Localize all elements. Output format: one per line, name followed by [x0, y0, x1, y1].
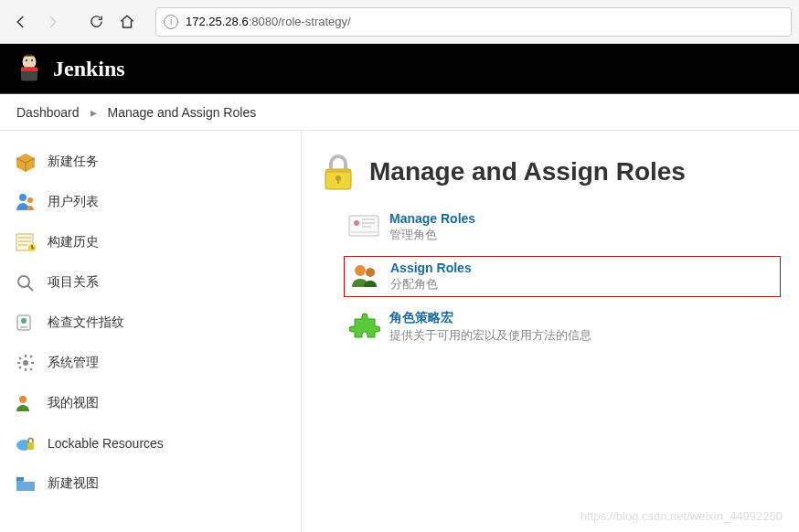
sidebar: 新建任务 用户列表 构建历史 项目关系 检查文件指纹 系统管理 我的视图: [0, 131, 302, 532]
svg-point-13: [19, 396, 27, 403]
svg-point-3: [26, 59, 27, 61]
watermark: https://blog.csdn.net/weixin_44992260: [581, 509, 783, 523]
relation-icon: [15, 271, 37, 293]
svg-point-5: [19, 194, 27, 201]
breadcrumb-dashboard[interactable]: Dashboard: [16, 105, 80, 120]
lockres-icon: [15, 432, 37, 454]
option-link[interactable]: Manage Roles: [389, 211, 475, 226]
option-desc: 分配角色: [390, 276, 472, 293]
brand-title[interactable]: Jenkins: [53, 57, 125, 81]
sidebar-item-build-history[interactable]: 构建历史: [15, 222, 286, 262]
option-assign-roles[interactable]: Assign Roles 分配角色: [344, 256, 781, 297]
breadcrumb: Dashboard ▸ Manage and Assign Roles: [0, 94, 799, 131]
newview-icon: [15, 473, 37, 495]
back-button[interactable]: [7, 8, 35, 36]
svg-point-12: [23, 360, 28, 366]
jenkins-logo-icon: [15, 52, 44, 85]
browser-toolbar: i 172.25.28.6:8080/role-strategy/: [0, 0, 799, 44]
sidebar-item-new-view[interactable]: 新建视图: [15, 463, 286, 504]
sidebar-item-label: 项目关系: [48, 274, 99, 291]
svg-rect-20: [337, 178, 339, 184]
sidebar-item-label: 新建视图: [48, 475, 99, 492]
myview-icon: [15, 392, 37, 414]
sidebar-item-label: 系统管理: [48, 355, 99, 371]
url-rest: :8080/role-strategy/: [249, 15, 351, 28]
svg-point-24: [366, 268, 375, 277]
breadcrumb-manage-roles[interactable]: Manage and Assign Roles: [108, 105, 257, 120]
history-icon: [15, 231, 37, 253]
sidebar-item-label: 构建历史: [48, 234, 99, 250]
svg-rect-15: [27, 442, 34, 450]
option-manage-roles[interactable]: Manage Roles 管理角色: [344, 207, 781, 247]
layout: 新建任务 用户列表 构建历史 项目关系 检查文件指纹 系统管理 我的视图: [0, 131, 799, 532]
svg-rect-2: [21, 68, 37, 72]
lock-icon: [320, 153, 357, 191]
svg-point-4: [31, 59, 33, 61]
page-head: Manage and Assign Roles: [320, 153, 781, 191]
people-icon: [348, 261, 381, 290]
sidebar-item-lockable-resources[interactable]: Lockable Resources: [15, 423, 286, 463]
sidebar-item-label: 用户列表: [48, 194, 99, 210]
fingerprint-icon: [15, 312, 37, 334]
option-link[interactable]: 角色策略宏: [389, 310, 591, 326]
url-host: 172.25.28.6: [186, 15, 249, 28]
sidebar-item-label: 新建任务: [48, 154, 99, 170]
url-bar[interactable]: i 172.25.28.6:8080/role-strategy/: [155, 7, 792, 37]
puzzle-icon: [347, 310, 380, 339]
reload-button[interactable]: [82, 8, 110, 36]
option-desc: 提供关于可用的宏以及使用方法的信息: [389, 327, 591, 344]
svg-rect-18: [325, 169, 351, 173]
sidebar-item-new-job[interactable]: 新建任务: [15, 142, 286, 182]
option-link[interactable]: Assign Roles: [390, 261, 472, 275]
svg-rect-21: [349, 216, 378, 236]
jenkins-header: Jenkins: [0, 44, 799, 94]
badge-icon: [347, 211, 380, 240]
main-panel: Manage and Assign Roles Manage Roles 管理角…: [302, 131, 799, 532]
user-icon: [15, 191, 37, 213]
option-desc: 管理角色: [389, 227, 475, 243]
box-icon: [15, 151, 37, 173]
svg-point-11: [21, 318, 27, 324]
page-title: Manage and Assign Roles: [369, 157, 686, 186]
sidebar-item-label: 我的视图: [48, 395, 99, 411]
home-button[interactable]: [113, 8, 141, 36]
sidebar-item-label: 检查文件指纹: [48, 314, 124, 331]
sidebar-item-project-relation[interactable]: 项目关系: [15, 262, 286, 303]
sidebar-item-my-view[interactable]: 我的视图: [15, 383, 286, 423]
svg-point-0: [23, 54, 37, 69]
svg-point-23: [355, 265, 366, 276]
sidebar-item-label: Lockable Resources: [48, 436, 164, 451]
svg-point-6: [27, 197, 33, 203]
sidebar-item-user-list[interactable]: 用户列表: [15, 182, 286, 222]
gear-icon: [15, 352, 37, 374]
sidebar-item-system-manage[interactable]: 系统管理: [15, 343, 286, 383]
sidebar-item-fingerprint[interactable]: 检查文件指纹: [15, 303, 286, 343]
svg-rect-16: [16, 477, 24, 481]
breadcrumb-sep: ▸: [91, 105, 97, 120]
option-role-macro[interactable]: 角色策略宏 提供关于可用的宏以及使用方法的信息: [344, 306, 781, 347]
forward-button[interactable]: [38, 8, 66, 36]
info-icon: i: [164, 15, 178, 29]
svg-point-22: [354, 220, 359, 226]
